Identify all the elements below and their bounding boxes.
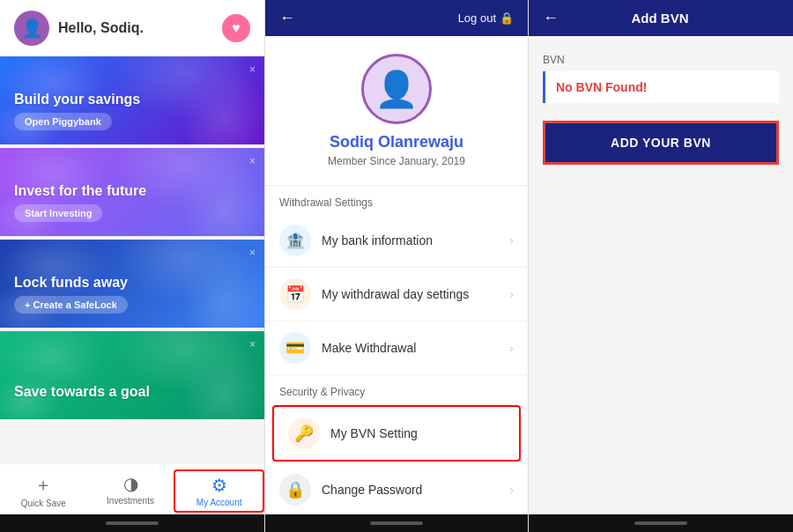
add-bvn-button[interactable]: ADD YOUR BVN xyxy=(543,121,779,165)
left-phone-pill xyxy=(106,521,159,525)
nav-investments[interactable]: ◑ Investments xyxy=(87,469,174,513)
change-password-menu-item[interactable]: 🔒 Change Password › xyxy=(265,463,528,514)
bank-info-menu-item[interactable]: 🏦 My bank information › xyxy=(265,214,528,268)
investments-icon: ◑ xyxy=(123,473,138,494)
bvn-label: BVN xyxy=(543,54,779,66)
profile-name: Sodiq Olanrewaju xyxy=(330,133,463,151)
bank-info-text: My bank information xyxy=(322,233,509,248)
nav-quick-save[interactable]: ＋ Quick Save xyxy=(0,469,87,513)
add-bvn-title: Add BVN xyxy=(632,11,689,26)
right-phone-bar xyxy=(529,514,793,532)
heart-icon[interactable]: ♥ xyxy=(222,14,250,42)
card-close-4[interactable]: × xyxy=(249,338,256,351)
profile-avatar: 👤 xyxy=(361,54,432,124)
profile-section: 👤 Sodiq Olanrewaju Member Since January,… xyxy=(265,36,528,186)
left-header-left: 👤 Hello, Sodiq. xyxy=(14,11,144,46)
middle-panel: ← Log out 🔒 👤 Sodiq Olanrewaju Member Si… xyxy=(264,0,529,532)
right-panel: ← Add BVN BVN No BVN Found! ADD YOUR BVN xyxy=(529,0,793,532)
withdrawal-day-menu-item[interactable]: 📅 My withdrawal day settings › xyxy=(265,268,528,321)
right-phone-pill xyxy=(634,521,687,525)
card-close-3[interactable]: × xyxy=(249,247,256,259)
right-topbar: ← Add BVN xyxy=(529,0,793,36)
make-withdrawal-menu-item[interactable]: 💳 Make Withdrawal › xyxy=(265,321,528,375)
nav-quick-save-label: Quick Save xyxy=(21,499,66,508)
logout-text: Log out xyxy=(458,11,496,25)
withdrawal-day-text: My withdrawal day settings xyxy=(322,287,509,301)
withdrawal-day-chevron: › xyxy=(509,287,514,301)
greeting-text: Hello, Sodiq. xyxy=(58,20,144,36)
left-header: 👤 Hello, Sodiq. ♥ xyxy=(0,0,264,56)
nav-my-account-label: My Account xyxy=(196,498,242,507)
change-password-chevron: › xyxy=(509,483,514,497)
bvn-setting-text: My BVN Setting xyxy=(330,426,505,440)
withdrawal-settings-header: Withdrawal Settings xyxy=(265,186,528,214)
bank-info-chevron: › xyxy=(509,233,514,248)
make-withdrawal-text: Make Withdrawal xyxy=(322,341,509,355)
bvn-setting-menu-item[interactable]: 🔑 My BVN Setting xyxy=(272,405,521,462)
card-close-2[interactable]: × xyxy=(249,155,256,167)
bank-icon: 🏦 xyxy=(279,225,311,256)
middle-back-button[interactable]: ← xyxy=(279,9,295,27)
withdrawal-icon: 💳 xyxy=(279,332,311,364)
save-goal-card: × Save towards a goal xyxy=(0,331,264,419)
card-pattern-4 xyxy=(0,331,264,419)
nav-investments-label: Investments xyxy=(107,496,154,506)
middle-phone-pill xyxy=(370,521,423,525)
invest-future-card: × Invest for the future Start Investing xyxy=(0,148,264,236)
bottom-nav: ＋ Quick Save ◑ Investments ⚙ My Account xyxy=(0,463,264,514)
card-pattern-3 xyxy=(0,240,264,328)
build-savings-card: × Build your savings Open Piggybank xyxy=(0,56,264,144)
right-back-button[interactable]: ← xyxy=(543,9,559,27)
middle-topbar: ← Log out 🔒 xyxy=(265,0,528,36)
card-pattern-2 xyxy=(0,148,264,236)
left-panel: 👤 Hello, Sodiq. ♥ × Build your savings O… xyxy=(0,0,264,532)
middle-phone-bar xyxy=(265,514,528,532)
lock-icon: 🔒 xyxy=(500,11,514,25)
change-password-text: Change Password xyxy=(322,483,509,497)
middle-menu-content: Withdrawal Settings 🏦 My bank informatio… xyxy=(265,186,528,514)
key-icon: 🔑 xyxy=(288,417,320,449)
password-lock-icon: 🔒 xyxy=(279,474,311,506)
logout-button[interactable]: Log out 🔒 xyxy=(458,11,514,25)
bvn-status: No BVN Found! xyxy=(543,71,779,103)
card-pattern-1 xyxy=(0,56,264,144)
make-withdrawal-chevron: › xyxy=(509,341,514,355)
calendar-icon: 📅 xyxy=(279,278,311,310)
left-phone-bar xyxy=(0,514,264,532)
card-close-1[interactable]: × xyxy=(249,63,256,76)
user-avatar: 👤 xyxy=(14,11,49,46)
profile-member-since: Member Since January, 2019 xyxy=(328,155,465,167)
nav-my-account[interactable]: ⚙ My Account xyxy=(174,469,264,513)
security-privacy-header: Security & Privacy xyxy=(265,375,528,403)
cards-container: × Build your savings Open Piggybank × In… xyxy=(0,56,264,463)
right-content: BVN No BVN Found! ADD YOUR BVN xyxy=(529,36,793,514)
quick-save-icon: ＋ xyxy=(34,473,52,497)
lock-funds-card: × Lock funds away + Create a SafeLock xyxy=(0,240,264,328)
my-account-icon: ⚙ xyxy=(211,475,227,496)
